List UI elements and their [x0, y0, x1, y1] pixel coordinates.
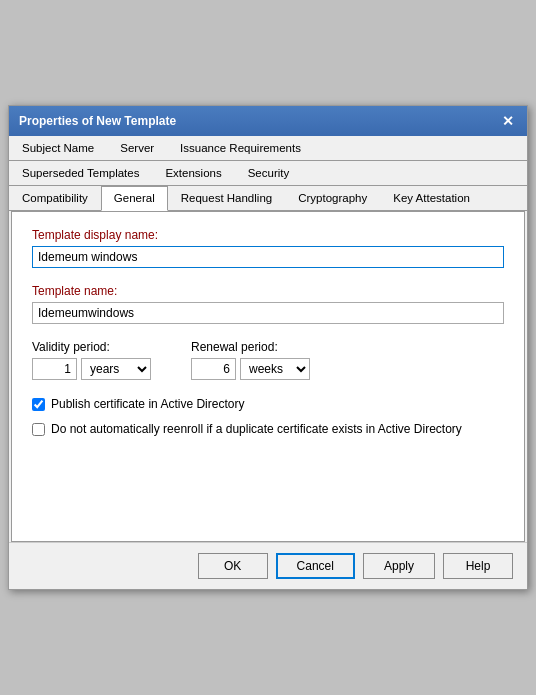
tabs-row-3: Compatibility General Request Handling C…	[9, 186, 527, 211]
title-bar: Properties of New Template ✕	[9, 106, 527, 136]
tab-superseded-templates[interactable]: Superseded Templates	[9, 161, 152, 185]
validity-period-select[interactable]: hours days weeks months years	[81, 358, 151, 380]
renewal-period-controls: hours days weeks months years	[191, 358, 310, 380]
display-name-input[interactable]	[32, 246, 504, 268]
period-row: Validity period: hours days weeks months…	[32, 340, 504, 380]
renewal-period-label: Renewal period:	[191, 340, 310, 354]
checkbox2-input[interactable]	[32, 423, 45, 436]
validity-period-controls: hours days weeks months years	[32, 358, 151, 380]
apply-button[interactable]: Apply	[363, 553, 435, 579]
tab-security[interactable]: Security	[235, 161, 303, 185]
help-button[interactable]: Help	[443, 553, 513, 579]
tab-compatibility[interactable]: Compatibility	[9, 186, 101, 210]
template-name-label: Template name:	[32, 284, 504, 298]
tabs-row-1: Subject Name Server Issuance Requirement…	[9, 136, 527, 161]
checkbox2-label: Do not automatically reenroll if a dupli…	[51, 421, 462, 438]
validity-period-group: Validity period: hours days weeks months…	[32, 340, 151, 380]
ok-button[interactable]: OK	[198, 553, 268, 579]
checkbox2-item: Do not automatically reenroll if a dupli…	[32, 421, 504, 438]
tab-cryptography[interactable]: Cryptography	[285, 186, 380, 210]
tab-server[interactable]: Server	[107, 136, 167, 160]
button-bar: OK Cancel Apply Help	[9, 542, 527, 589]
validity-period-input[interactable]	[32, 358, 77, 380]
dialog-window: Properties of New Template ✕ Subject Nam…	[8, 105, 528, 591]
renewal-period-input[interactable]	[191, 358, 236, 380]
renewal-period-select[interactable]: hours days weeks months years	[240, 358, 310, 380]
tab-subject-name[interactable]: Subject Name	[9, 136, 107, 160]
checkbox1-item: Publish certificate in Active Directory	[32, 396, 504, 413]
tab-key-attestation[interactable]: Key Attestation	[380, 186, 483, 210]
tabs-row-2: Superseded Templates Extensions Security	[9, 161, 527, 186]
checkbox-group: Publish certificate in Active Directory …	[32, 396, 504, 438]
display-name-group: Template display name:	[32, 228, 504, 268]
template-name-input[interactable]	[32, 302, 504, 324]
tab-general[interactable]: General	[101, 186, 168, 211]
close-button[interactable]: ✕	[499, 112, 517, 130]
renewal-period-group: Renewal period: hours days weeks months …	[191, 340, 310, 380]
dialog-title: Properties of New Template	[19, 114, 176, 128]
content-area: Template display name: Template name: Va…	[11, 211, 525, 543]
tab-issuance-requirements[interactable]: Issuance Requirements	[167, 136, 314, 160]
tab-request-handling[interactable]: Request Handling	[168, 186, 285, 210]
cancel-button[interactable]: Cancel	[276, 553, 355, 579]
validity-period-label: Validity period:	[32, 340, 151, 354]
checkbox1-label: Publish certificate in Active Directory	[51, 396, 244, 413]
display-name-label: Template display name:	[32, 228, 504, 242]
template-name-group: Template name:	[32, 284, 504, 324]
tab-extensions[interactable]: Extensions	[152, 161, 234, 185]
checkbox1-input[interactable]	[32, 398, 45, 411]
